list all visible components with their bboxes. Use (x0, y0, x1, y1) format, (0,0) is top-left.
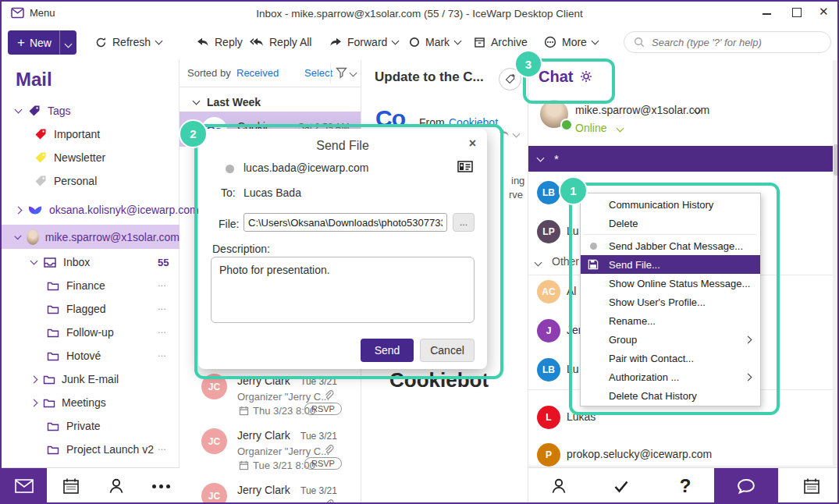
mail-item[interactable]: JC Jerry Clark Tue 3/21 Organizer "Jerry… (180, 424, 361, 478)
scrollbar-thumb[interactable] (834, 144, 838, 176)
chevron-right-icon[interactable] (30, 399, 38, 406)
filter-chevron-icon[interactable] (350, 69, 357, 77)
online-status[interactable]: Online (575, 122, 606, 134)
minimize-button[interactable] (763, 13, 771, 15)
menu-item-send-file[interactable]: Send File... (581, 255, 760, 274)
file-path-input[interactable] (244, 213, 447, 232)
sidebar-item-inbox[interactable]: Inbox (31, 256, 90, 268)
contacts-module-button[interactable] (103, 468, 130, 504)
refresh-button[interactable]: Refresh (95, 36, 162, 48)
cancel-button[interactable]: Cancel (420, 339, 475, 362)
chevron-down-icon[interactable] (30, 257, 38, 265)
sort-field-button[interactable]: Received (236, 67, 279, 79)
contact-name[interactable]: Lukas (567, 410, 595, 423)
contact-card-icon[interactable] (457, 160, 473, 173)
sidebar-item-junk[interactable]: Junk E-mail (31, 373, 119, 385)
contact-name[interactable]: Lu (567, 363, 579, 375)
menu-item-group[interactable]: Group (581, 330, 760, 349)
close-button[interactable]: ✕ (819, 5, 829, 19)
chevron-down-icon[interactable] (535, 259, 542, 267)
contact-avatar[interactable]: LB (537, 181, 560, 204)
chat-account[interactable]: mike.sparrow@x1solar.com (575, 104, 709, 116)
sidebar-item-project-launch[interactable]: Project Launch v2 (47, 443, 154, 456)
calendar-module-button[interactable] (58, 468, 84, 504)
status-chevron-icon[interactable] (617, 125, 624, 133)
contact-avatar[interactable]: L (537, 406, 560, 429)
sidebar-item-finance[interactable]: Finance (47, 279, 105, 292)
message-actions-chevron-icon[interactable] (513, 130, 521, 138)
menu-item-show-users-profile[interactable]: Show User's Profile... (581, 293, 760, 311)
sidebar-item-tag-newsletter[interactable]: Newsletter (34, 151, 105, 164)
sidebar-item-account-mike[interactable]: mike.sparrow@x1solar.com (2, 225, 180, 249)
contact-avatar[interactable]: LB (537, 358, 560, 382)
sidebar-item-flagged[interactable]: Flagged (47, 303, 106, 315)
search-box[interactable] (624, 31, 831, 53)
tasks-tab-button[interactable] (608, 468, 635, 504)
chat-group-starred[interactable]: * (528, 146, 833, 172)
reply-button[interactable]: Reply (197, 36, 243, 48)
search-input[interactable] (650, 36, 817, 49)
folder-more[interactable]: ... (158, 441, 166, 453)
rsvp-button[interactable]: RSVP (304, 457, 342, 470)
sidebar-item-hotove[interactable]: Hotové (47, 350, 101, 362)
mail-group-header[interactable]: Last Week (194, 96, 261, 108)
sidebar-item-tag-personal[interactable]: Personal (34, 175, 97, 187)
menu-item-delete-chat-history[interactable]: Delete Chat History (581, 386, 760, 405)
filter-funnel-icon[interactable] (336, 67, 347, 79)
calendar-tab-button[interactable] (798, 468, 825, 504)
contact-avatar[interactable]: P (537, 443, 560, 467)
mail-item[interactable]: JC Jerry Clark Tue 3/21 Organizer "Jerry… (180, 478, 361, 504)
reply-all-button[interactable]: Reply All (250, 36, 311, 48)
sidebar-item-private[interactable]: Private (47, 420, 101, 432)
rsvp-button[interactable]: RSVP (304, 403, 342, 415)
new-button[interactable]: + New (8, 30, 76, 55)
menu-item-pair-with-contact[interactable]: Pair with Contact... (581, 349, 760, 367)
select-button[interactable]: Select (304, 67, 332, 79)
new-dropdown-chevron-icon[interactable] (60, 36, 76, 50)
browse-button[interactable]: ... (453, 213, 475, 232)
contact-name[interactable]: Al (567, 285, 576, 297)
chat-tab-button[interactable] (714, 468, 778, 504)
maximize-button[interactable] (792, 8, 802, 17)
contact-name[interactable]: Lu (567, 225, 579, 237)
dialog-close-icon[interactable]: × (469, 137, 476, 151)
contact-name[interactable]: prokop.selucky@icewarp.com (567, 448, 712, 460)
archive-button[interactable]: Archive (474, 36, 528, 48)
sidebar-item-follow-up[interactable]: Follow-up (47, 326, 114, 339)
chevron-down-icon[interactable] (14, 232, 21, 239)
folder-more[interactable]: ... (158, 300, 166, 312)
sidebar-item-tags[interactable]: Tags (16, 105, 71, 117)
mark-button[interactable]: Mark (409, 36, 460, 48)
chat-scrollbar[interactable] (833, 60, 839, 467)
folder-more[interactable]: ... (158, 347, 166, 359)
description-textarea[interactable]: Photo for presentation. (211, 257, 475, 323)
mail-module-button[interactable] (2, 468, 47, 504)
send-button[interactable]: Send (361, 339, 414, 362)
contacts-tab-button[interactable] (546, 468, 572, 504)
contact-avatar[interactable]: LP (537, 220, 560, 243)
chevron-down-icon[interactable] (15, 106, 23, 114)
menu-item-send-jabber-chat-message[interactable]: Send Jabber Chat Message... (581, 236, 760, 255)
from-sender-link[interactable]: Cookiebot (449, 116, 498, 129)
help-tab-button[interactable]: ? (672, 468, 699, 504)
contact-avatar[interactable]: AC (537, 280, 560, 303)
menu-item-communication-history[interactable]: Communication History (581, 195, 760, 214)
menu-item-delete[interactable]: Delete (581, 214, 760, 232)
chevron-right-icon[interactable] (30, 375, 38, 383)
chevron-right-icon[interactable] (15, 206, 23, 214)
sidebar-item-account-oksana[interactable]: oksana.kolisnyk@icewarp.com (16, 204, 199, 216)
chat-group-other[interactable]: Other (552, 255, 579, 268)
reply-arrow-icon[interactable] (499, 129, 510, 137)
gear-icon[interactable] (580, 70, 592, 83)
menu-item-show-online-status-message[interactable]: Show Online Status Message... (581, 274, 760, 293)
sidebar-item-meetings[interactable]: Meetings (31, 396, 106, 409)
forward-button[interactable]: Forward (329, 36, 398, 48)
contact-avatar[interactable]: J (537, 319, 560, 343)
folder-more[interactable]: ... (158, 324, 166, 335)
more-modules-button[interactable] (147, 468, 175, 504)
folder-more[interactable]: ... (158, 277, 166, 289)
sidebar-item-tag-important[interactable]: Important (34, 128, 100, 140)
menu-item-rename[interactable]: Rename... (581, 311, 760, 330)
menu-item-authorization[interactable]: Authorization ... (581, 367, 760, 386)
mail-item[interactable]: JC Jerry Clark Tue 3/21 Organizer "Jerry… (180, 369, 361, 424)
